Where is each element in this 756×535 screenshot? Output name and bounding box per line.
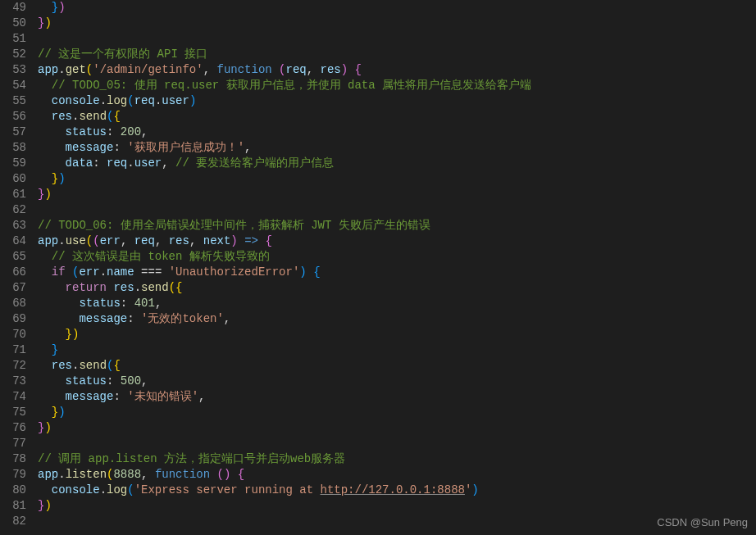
code-token: ( <box>169 281 175 294</box>
line-number: 68 <box>8 296 26 311</box>
code-token: if <box>52 265 66 279</box>
code-line[interactable]: message: '未知的错误', <box>36 389 756 405</box>
code-token: ) <box>299 265 306 279</box>
code-line[interactable]: status: 200, <box>36 125 756 140</box>
code-token: ) <box>72 328 79 341</box>
code-line[interactable]: status: 500, <box>36 374 756 389</box>
code-line[interactable]: // 调用 app.listen 方法，指定端口号并启动web服务器 <box>36 451 756 467</box>
code-token: '未知的错误' <box>127 390 198 403</box>
line-number: 77 <box>8 436 26 451</box>
code-line[interactable]: console.log('Express server running at h… <box>36 483 756 498</box>
code-token: , <box>121 234 134 247</box>
code-token: 401 <box>134 297 155 310</box>
code-token: : <box>107 374 121 388</box>
code-token: 'UnauthorizedError' <box>169 265 300 279</box>
code-token: { <box>265 234 271 247</box>
code-token: => <box>244 234 258 247</box>
code-token: . <box>58 234 65 247</box>
code-token: message <box>66 141 114 154</box>
code-token: ( <box>279 63 285 76</box>
code-token: 8888 <box>113 468 141 481</box>
code-token: 200 <box>121 125 141 138</box>
code-line[interactable]: data: req.user, // 要发送给客户端的用户信息 <box>36 156 756 171</box>
line-number: 66 <box>8 265 26 280</box>
code-token: { <box>175 281 182 294</box>
code-line[interactable]: }) <box>36 171 756 187</box>
code-token: message <box>79 312 127 325</box>
code-token: return <box>66 281 107 294</box>
code-line[interactable] <box>36 514 756 529</box>
code-content-area[interactable]: })})// 这是一个有权限的 API 接口app.get('/admin/ge… <box>36 0 756 535</box>
code-token: } <box>52 406 58 419</box>
code-line[interactable]: }) <box>36 0 756 16</box>
code-token: log <box>107 483 127 496</box>
code-token: ) <box>58 406 65 419</box>
code-editor[interactable]: 4950515253545556575859606162636465666768… <box>0 0 756 535</box>
code-token: 'Express server running at <box>134 483 321 496</box>
code-line[interactable]: // TODO_06: 使用全局错误处理中间件，捕获解析 JWT 失败后产生的错… <box>36 218 756 233</box>
code-token: : <box>107 125 121 138</box>
line-number-gutter: 4950515253545556575859606162636465666768… <box>0 0 36 535</box>
code-line[interactable]: status: 401, <box>36 296 756 311</box>
code-token: ) <box>44 16 51 29</box>
code-line[interactable]: }) <box>36 187 756 202</box>
code-line[interactable]: }) <box>36 420 756 436</box>
code-token: ) <box>341 63 348 76</box>
code-token: send <box>79 359 107 372</box>
code-token: app <box>38 63 58 76</box>
code-line[interactable] <box>36 31 756 47</box>
code-token: send <box>141 281 169 294</box>
code-token <box>272 63 279 76</box>
line-number: 49 <box>8 0 26 16</box>
code-token: === <box>134 265 169 279</box>
code-line[interactable]: app.use((err, req, res, next) => { <box>36 233 756 249</box>
code-line[interactable]: res.send({ <box>36 109 756 125</box>
code-line[interactable]: }) <box>36 498 756 514</box>
code-line[interactable]: app.get('/admin/getinfo', function (req,… <box>36 62 756 78</box>
code-token: , <box>307 63 321 76</box>
code-line[interactable] <box>36 436 756 451</box>
code-line[interactable]: // 这次错误是由 token 解析失败导致的 <box>36 249 756 265</box>
code-line[interactable]: } <box>36 342 756 358</box>
code-line[interactable]: return res.send({ <box>36 280 756 296</box>
code-token: next <box>203 234 231 247</box>
code-line[interactable]: // 这是一个有权限的 API 接口 <box>36 47 756 62</box>
code-line[interactable] <box>36 202 756 218</box>
code-token: function <box>216 63 271 76</box>
code-token: , <box>244 141 251 154</box>
code-token: { <box>113 110 120 123</box>
code-line[interactable]: }) <box>36 327 756 342</box>
code-line[interactable]: res.send({ <box>36 358 756 374</box>
code-token <box>66 265 72 279</box>
code-token: { <box>238 468 244 481</box>
line-number: 82 <box>8 514 26 529</box>
code-line[interactable]: app.listen(8888, function () { <box>36 467 756 483</box>
line-number: 67 <box>8 280 26 296</box>
code-line[interactable]: console.log(req.user) <box>36 93 756 109</box>
code-token: { <box>313 265 320 279</box>
code-line[interactable]: // TODO_05: 使用 req.user 获取用户信息，并使用 data … <box>36 78 756 93</box>
code-token: ( <box>127 483 134 496</box>
code-token: , <box>141 468 155 481</box>
line-number: 81 <box>8 498 26 514</box>
code-line[interactable]: if (err.name === 'UnauthorizedError') { <box>36 265 756 280</box>
code-line[interactable]: message: '无效的token', <box>36 311 756 327</box>
line-number: 63 <box>8 218 26 233</box>
code-token <box>348 63 354 76</box>
line-number: 57 <box>8 125 26 140</box>
code-token: use <box>66 234 86 247</box>
code-token: ( <box>86 63 93 76</box>
code-line[interactable]: }) <box>36 16 756 31</box>
code-token: ) <box>58 1 65 14</box>
code-token: , <box>224 312 230 325</box>
code-token: . <box>134 281 141 294</box>
code-token: data <box>66 156 93 170</box>
code-token: // 这是一个有权限的 API 接口 <box>38 48 207 61</box>
code-line[interactable]: message: '获取用户信息成功！', <box>36 140 756 156</box>
code-token <box>307 265 313 279</box>
code-line[interactable]: }) <box>36 405 756 420</box>
code-token: // TODO_06: 使用全局错误处理中间件，捕获解析 JWT 失败后产生的错… <box>38 219 430 232</box>
code-token: user <box>134 156 162 170</box>
code-token: . <box>100 483 107 496</box>
line-number: 73 <box>8 374 26 389</box>
